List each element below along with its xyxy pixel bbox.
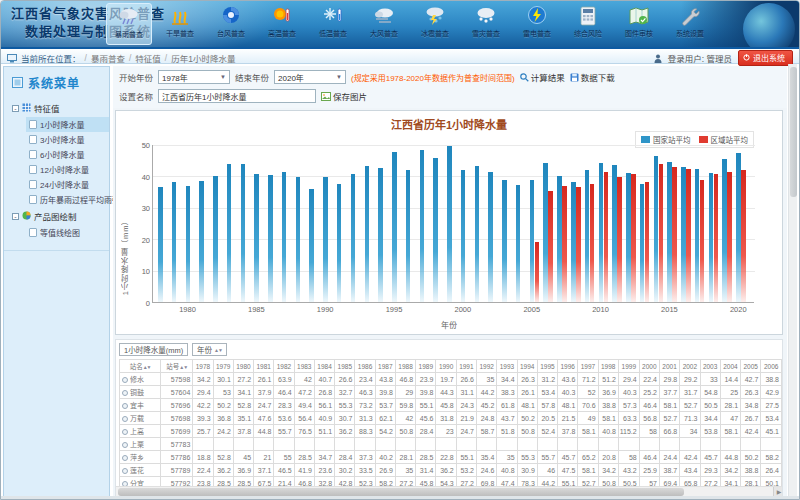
sidebar-group-label: 产品图绘制	[34, 210, 77, 222]
year-header-1989[interactable]: 1989	[416, 360, 436, 373]
year-header-1983[interactable]: 1983	[294, 360, 314, 373]
value-cell: 22.4	[639, 373, 659, 386]
value-cell: 43.6	[558, 373, 578, 386]
toolbar-item-5[interactable]: 大风普查	[361, 3, 407, 45]
station-expand-icon[interactable]	[122, 377, 128, 383]
station-name: 万载	[130, 415, 144, 422]
legend-item-1[interactable]: 区域站平均	[699, 134, 749, 145]
station-id-header[interactable]: 站号▲▼	[161, 360, 193, 373]
station-name-header[interactable]: 站名▲▼	[120, 360, 161, 373]
year-header-1982[interactable]: 1982	[274, 360, 294, 373]
year-header-1985[interactable]: 1985	[335, 360, 355, 373]
station-expand-icon[interactable]	[122, 403, 128, 409]
value-cell	[456, 438, 476, 451]
station-name-cell: 莲花	[120, 464, 161, 477]
year-header-2006[interactable]: 2006	[761, 360, 782, 373]
sidebar-item-0-0[interactable]: 1小时降水量	[26, 117, 109, 132]
year-header-1996[interactable]: 1996	[558, 360, 578, 373]
sidebar-group-1[interactable]: -产品图绘制	[10, 207, 109, 225]
station-id-cell: 57699	[161, 425, 193, 438]
year-header-1987[interactable]: 1987	[375, 360, 395, 373]
value-cell: 27.5	[761, 399, 782, 412]
year-header-1978[interactable]: 1978	[193, 360, 213, 373]
value-cell: 58.1	[578, 425, 598, 438]
year-header-1993[interactable]: 1993	[497, 360, 517, 373]
toolbar-item-9[interactable]: 综合风险	[565, 3, 611, 45]
year-header-1997[interactable]: 1997	[578, 360, 598, 373]
sidebar-item-0-1[interactable]: 3小时降水量	[26, 132, 109, 147]
year-header-1981[interactable]: 1981	[254, 360, 274, 373]
end-year-select[interactable]: 2020年▼	[274, 70, 346, 84]
sidebar-item-0-2[interactable]: 6小时降水量	[26, 147, 109, 162]
save-image-link[interactable]: 保存图片	[321, 90, 367, 102]
toolbar-item-8[interactable]: 雷电普查	[514, 3, 560, 45]
calc-result-link[interactable]: 计算结果	[520, 71, 565, 83]
toolbar-item-10[interactable]: 图件审核	[616, 3, 662, 45]
station-id-cell: 57789	[161, 464, 193, 477]
expand-icon[interactable]: -	[12, 213, 19, 220]
year-header-2000[interactable]: 2000	[639, 360, 659, 373]
bar-national-1978	[158, 187, 163, 302]
measure-pivot-box[interactable]: 1小时降水量(mm)	[119, 343, 188, 356]
station-expand-icon[interactable]	[122, 468, 128, 474]
toolbar-item-3[interactable]: 高温普查	[259, 3, 305, 45]
vscroll-thumb[interactable]	[790, 67, 797, 197]
breadcrumb-segment-1[interactable]: 特征值	[135, 52, 161, 64]
y-tick-label: 50	[142, 141, 150, 150]
value-cell: 71.3	[680, 412, 700, 425]
year-pivot-label: 年份	[197, 344, 212, 355]
station-expand-icon[interactable]	[122, 416, 128, 422]
station-expand-icon[interactable]	[122, 455, 128, 461]
year-header-1980[interactable]: 1980	[233, 360, 253, 373]
toolbar-item-6[interactable]: 冰雹普查	[412, 3, 458, 45]
year-header-1984[interactable]: 1984	[314, 360, 334, 373]
year-header-2003[interactable]: 2003	[700, 360, 720, 373]
year-header-1998[interactable]: 1998	[598, 360, 618, 373]
year-header-1999[interactable]: 1999	[618, 360, 639, 373]
year-header-2001[interactable]: 2001	[659, 360, 679, 373]
year-header-1986[interactable]: 1986	[355, 360, 375, 373]
value-cell: 73.2	[355, 399, 375, 412]
value-cell: 24.2	[213, 425, 233, 438]
toolbar-item-0[interactable]: 暴雨普查	[106, 3, 152, 45]
year-header-2004[interactable]: 2004	[720, 360, 740, 373]
year-header-1979[interactable]: 1979	[213, 360, 233, 373]
value-cell: 47.5	[558, 464, 578, 477]
setting-name-input[interactable]	[158, 89, 316, 103]
sidebar-item-0-5[interactable]: 历年暴雨过程平均雨强	[26, 192, 109, 207]
year-header-1991[interactable]: 1991	[456, 360, 476, 373]
station-name: 修水	[130, 376, 144, 383]
station-expand-icon[interactable]	[122, 390, 128, 396]
expand-icon[interactable]: -	[12, 105, 19, 112]
value-cell: 21	[254, 451, 274, 464]
station-expand-icon[interactable]	[122, 429, 128, 435]
data-download-link[interactable]: 数据下载	[570, 71, 615, 83]
year-header-2005[interactable]: 2005	[741, 360, 761, 373]
start-year-select[interactable]: 1978年▼	[158, 70, 230, 84]
chevron-down-icon: ▼	[336, 74, 342, 80]
year-header-1994[interactable]: 1994	[517, 360, 537, 373]
chart-plot-area: 0102030405019801985199019952000200520102…	[152, 145, 754, 303]
toolbar-item-11[interactable]: 系统设置	[667, 3, 713, 45]
sidebar-item-1-0[interactable]: 等值线绘图	[26, 225, 109, 240]
sidebar-item-0-4[interactable]: 24小时降水量	[26, 177, 109, 192]
sidebar-group-0[interactable]: -特征值	[10, 99, 109, 117]
toolbar-item-4[interactable]: 低温普查	[310, 3, 356, 45]
toolbar-item-7[interactable]: 雪灾普查	[463, 3, 509, 45]
toolbar-item-1[interactable]: 干旱普查	[157, 3, 203, 45]
toolbar-item-2[interactable]: 台风普查	[208, 3, 254, 45]
value-cell: 30.2	[335, 464, 355, 477]
hscroll-thumb[interactable]	[118, 488, 684, 496]
breadcrumb-segment-2[interactable]: 历年1小时降水量	[171, 52, 235, 64]
logout-button[interactable]: 退出系统	[738, 50, 793, 66]
sidebar-item-0-3[interactable]: 12小时降水量	[26, 162, 109, 177]
year-header-2002[interactable]: 2002	[680, 360, 700, 373]
year-header-1992[interactable]: 1992	[477, 360, 497, 373]
year-header-1990[interactable]: 1990	[436, 360, 456, 373]
year-header-1988[interactable]: 1988	[395, 360, 415, 373]
year-pivot-box[interactable]: 年份 ▲▼	[192, 343, 227, 356]
legend-item-0[interactable]: 国家站平均	[641, 134, 691, 145]
breadcrumb-segment-0[interactable]: 暴雨普查	[91, 52, 125, 64]
year-header-1995[interactable]: 1995	[537, 360, 557, 373]
station-expand-icon[interactable]	[122, 442, 128, 448]
